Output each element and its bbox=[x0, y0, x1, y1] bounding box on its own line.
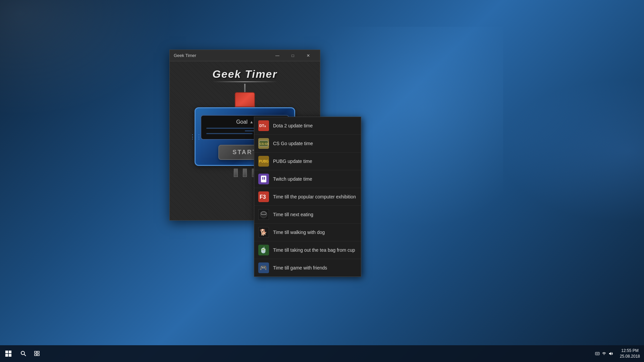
svg-text:🎮: 🎮 bbox=[260, 264, 267, 272]
keyboard-icon bbox=[595, 351, 600, 356]
dropdown-item-icon-dog: 🐕 bbox=[258, 227, 269, 238]
dropdown-item-text-dog: Time till walking with dog bbox=[273, 229, 325, 235]
task-view-button[interactable] bbox=[30, 345, 44, 362]
task-view-icon bbox=[34, 351, 40, 356]
svg-rect-37 bbox=[598, 353, 599, 353]
svg-rect-38 bbox=[596, 354, 598, 354]
connector-1 bbox=[234, 169, 238, 177]
svg-rect-32 bbox=[37, 354, 39, 356]
display-bar-1 bbox=[206, 128, 260, 129]
svg-point-27 bbox=[21, 351, 24, 355]
dropdown-item-icon-food bbox=[258, 209, 269, 220]
svg-rect-29 bbox=[35, 351, 37, 353]
search-button[interactable] bbox=[17, 345, 30, 362]
dropdown-item-icon-twitch bbox=[258, 174, 269, 184]
dropdown-item-food[interactable]: Time till next eating bbox=[254, 206, 361, 224]
dropdown-item-icon-dota2: DT₂ bbox=[258, 120, 269, 131]
taskbar: 12:55 PM 25.08.2018 bbox=[0, 345, 644, 362]
svg-rect-31 bbox=[35, 354, 37, 356]
dropdown-item-text-dota2: Dota 2 update time bbox=[273, 123, 313, 129]
svg-rect-8 bbox=[261, 176, 266, 182]
svg-text:PUBG: PUBG bbox=[259, 160, 269, 163]
minimize-button[interactable]: — bbox=[270, 50, 285, 61]
display-bar-3 bbox=[206, 133, 253, 134]
maximize-button[interactable]: □ bbox=[285, 50, 301, 61]
svg-rect-10 bbox=[264, 177, 265, 180]
title-bar: Geek Timer — □ ✕ bbox=[170, 50, 320, 61]
logo-underline bbox=[212, 81, 277, 82]
dropdown-item-game[interactable]: 🎮Time till game with friends bbox=[254, 259, 361, 277]
goal-dropdown: DT₂Dota 2 update timeCS:GOCS Go update t… bbox=[254, 117, 361, 277]
systray-icons[interactable] bbox=[592, 345, 616, 362]
dropdown-item-dog[interactable]: 🐕Time till walking with dog bbox=[254, 224, 361, 241]
svg-rect-23 bbox=[5, 351, 8, 353]
logo-text: Geek Timer bbox=[212, 68, 277, 80]
dropdown-item-tea[interactable]: 🍵Time till taking out the tea bag from c… bbox=[254, 241, 361, 259]
svg-rect-24 bbox=[9, 351, 11, 353]
search-icon bbox=[21, 351, 26, 356]
svg-text:DT₂: DT₂ bbox=[259, 124, 266, 128]
desktop-glow-right bbox=[476, 67, 644, 235]
svg-rect-33 bbox=[595, 352, 599, 355]
app-logo: Geek Timer bbox=[212, 68, 277, 82]
dropdown-item-text-food: Time till next eating bbox=[273, 212, 313, 218]
svg-rect-35 bbox=[597, 353, 597, 353]
dropdown-item-text-game: Time till game with friends bbox=[273, 265, 327, 271]
dropdown-item-icon-pubg: PUBG bbox=[258, 156, 269, 167]
windows-logo-icon bbox=[5, 350, 12, 357]
svg-rect-30 bbox=[37, 351, 39, 353]
svg-text:🐕: 🐕 bbox=[260, 229, 267, 236]
machine-cap bbox=[235, 92, 255, 107]
dropdown-item-dota2[interactable]: DT₂Dota 2 update time bbox=[254, 117, 361, 135]
dropdown-item-text-twitch: Twitch update time bbox=[273, 176, 312, 182]
svg-line-28 bbox=[24, 354, 26, 356]
svg-text:F3: F3 bbox=[260, 194, 266, 200]
wifi-icon bbox=[602, 351, 606, 356]
svg-rect-26 bbox=[9, 354, 11, 357]
goal-arrow-icon: ▲ bbox=[250, 120, 254, 124]
start-menu-button[interactable] bbox=[0, 345, 17, 362]
dropdown-item-csgo[interactable]: CS:GOCS Go update time bbox=[254, 135, 361, 153]
dropdown-item-icon-csgo: CS:GO bbox=[258, 138, 269, 149]
dropdown-item-f3[interactable]: F3Time till the popular computer exhibit… bbox=[254, 188, 361, 206]
dropdown-item-text-tea: Time till taking out the tea bag from cu… bbox=[273, 247, 355, 253]
window-title: Geek Timer bbox=[174, 53, 270, 58]
svg-rect-9 bbox=[262, 177, 263, 180]
clock-date: 25.08.2018 bbox=[620, 354, 640, 359]
connector-2 bbox=[243, 169, 247, 177]
dropdown-item-icon-tea: 🍵 bbox=[258, 245, 269, 255]
svg-marker-39 bbox=[609, 352, 611, 355]
dropdown-item-icon-game: 🎮 bbox=[258, 262, 269, 273]
system-clock[interactable]: 12:55 PM 25.08.2018 bbox=[616, 345, 644, 362]
goal-label: Goal bbox=[236, 119, 248, 125]
svg-text:🍵: 🍵 bbox=[260, 246, 267, 254]
dropdown-item-twitch[interactable]: Twitch update time bbox=[254, 170, 361, 188]
window-controls: — □ ✕ bbox=[270, 50, 316, 61]
dropdown-item-text-pubg: PUBG update time bbox=[273, 158, 312, 164]
dropdown-item-text-csgo: CS Go update time bbox=[273, 140, 313, 146]
dropdown-item-text-f3: Time till the popular computer exhibitio… bbox=[273, 194, 356, 200]
clock-time: 12:55 PM bbox=[621, 348, 638, 354]
close-button[interactable]: ✕ bbox=[301, 50, 316, 61]
svg-rect-36 bbox=[597, 353, 598, 353]
svg-text:CS:GO: CS:GO bbox=[260, 142, 269, 145]
dropdown-item-pubg[interactable]: PUBGPUBG update time bbox=[254, 153, 361, 170]
volume-icon bbox=[608, 351, 613, 356]
dropdown-item-icon-f3: F3 bbox=[258, 191, 269, 202]
svg-rect-34 bbox=[596, 353, 596, 353]
svg-rect-25 bbox=[5, 354, 8, 357]
